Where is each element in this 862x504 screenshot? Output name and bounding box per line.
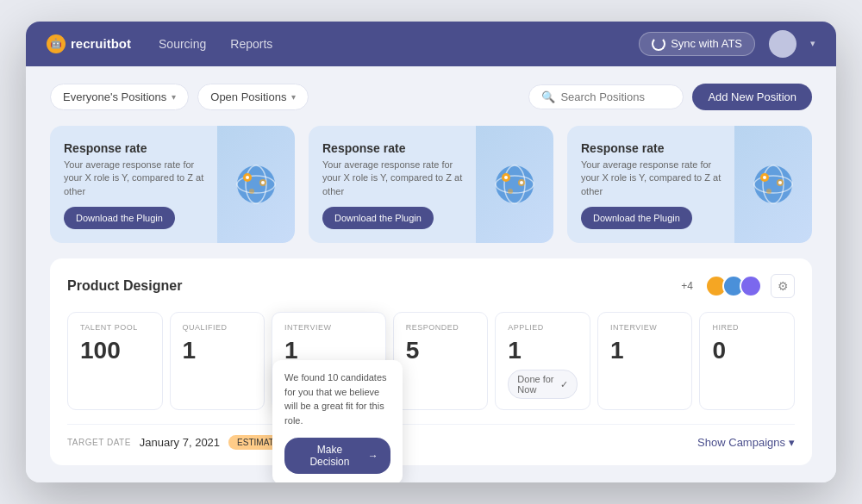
- everyone-positions-filter[interactable]: Everyone's Positions ▾: [50, 84, 189, 110]
- metric-qualified-value: 1: [183, 337, 253, 364]
- metric-interview-2: INTERVIEW 1: [597, 312, 693, 410]
- sync-label: Sync with ATS: [671, 37, 742, 50]
- svg-point-21: [766, 189, 771, 194]
- svg-point-15: [520, 181, 523, 184]
- logo-icon: 🤖: [47, 34, 66, 53]
- nav-sourcing[interactable]: Sourcing: [159, 34, 206, 54]
- nav-links: Sourcing Reports: [159, 34, 611, 54]
- user-avatar[interactable]: [769, 30, 796, 58]
- position-header: Product Designer +4 ⚙: [67, 274, 795, 298]
- position-section: Product Designer +4 ⚙ TALENT POOL 100: [50, 258, 812, 465]
- sync-icon: [652, 37, 665, 51]
- app-name: recruitbot: [71, 36, 131, 51]
- metric-interview-label: INTERVIEW: [284, 323, 373, 332]
- metric-applied: APPLIED 1 Done for Now ✓: [495, 312, 590, 410]
- card-1-title: Response rate: [64, 141, 208, 155]
- plugin-btn-1[interactable]: Download the Plugin: [64, 207, 175, 229]
- add-position-button[interactable]: Add New Position: [692, 84, 812, 110]
- search-icon: 🔍: [541, 90, 555, 103]
- svg-point-16: [754, 165, 792, 203]
- card-1-desc: Your average response rate for your X ro…: [64, 159, 208, 198]
- card-illustration-2: [476, 126, 553, 243]
- metric-hired: HIRED 0: [699, 312, 795, 410]
- open-positions-label: Open Positions: [210, 90, 286, 103]
- svg-point-13: [508, 189, 513, 194]
- metric-interview-2-value: 1: [610, 337, 680, 364]
- make-decision-button[interactable]: Make Decision →: [284, 438, 390, 474]
- svg-point-6: [246, 176, 249, 179]
- globe-svg-2: [489, 159, 540, 210]
- plugin-btn-3[interactable]: Download the Plugin: [581, 207, 692, 229]
- card-2-desc: Your average response rate for your X ro…: [322, 159, 466, 198]
- metric-applied-value: 1: [508, 337, 578, 364]
- show-campaigns-chevron: ▾: [789, 436, 795, 449]
- svg-point-5: [249, 189, 254, 194]
- position-header-right: +4 ⚙: [681, 274, 795, 298]
- settings-icon[interactable]: ⚙: [771, 274, 795, 298]
- svg-point-22: [763, 176, 766, 179]
- metric-qualified: QUALIFIED 1: [170, 312, 265, 410]
- svg-point-8: [496, 165, 534, 203]
- everyone-positions-label: Everyone's Positions: [63, 90, 166, 103]
- done-for-now-label: Done for Now: [517, 374, 557, 395]
- make-decision-label: Make Decision: [297, 444, 363, 468]
- metric-responded-label: RESPONDED: [406, 323, 476, 332]
- position-footer: TARGET DATE January 7, 2021 ESTIMATED Ja…: [67, 424, 795, 450]
- position-title: Product Designer: [67, 278, 182, 294]
- metric-hired-label: HIRED: [712, 323, 782, 332]
- arrow-icon: →: [368, 450, 378, 462]
- card-illustration-3: [734, 126, 812, 243]
- sync-ats-button[interactable]: Sync with ATS: [639, 32, 755, 56]
- everyone-positions-caret: ▾: [172, 92, 176, 102]
- metric-responded: RESPONDED 5: [393, 312, 489, 410]
- response-card-1: Response rate Your average response rate…: [50, 126, 295, 243]
- globe-svg-3: [747, 159, 799, 210]
- response-card-3: Response rate Your average response rate…: [567, 126, 812, 243]
- card-3-title: Response rate: [581, 141, 725, 155]
- svg-point-7: [261, 181, 265, 184]
- show-campaigns-label: Show Campaigns: [697, 436, 785, 449]
- target-date-value: January 7, 2021: [140, 436, 220, 449]
- app-window: 🤖 recruitbot Sourcing Reports Sync with …: [26, 22, 836, 482]
- avatar-3: [740, 275, 762, 297]
- app-logo: 🤖 recruitbot: [47, 34, 131, 53]
- avatar-count: +4: [681, 280, 693, 292]
- metric-responded-value: 5: [406, 337, 476, 364]
- metric-talent-pool: TALENT POOL 100: [67, 312, 163, 410]
- response-card-2: Response rate Your average response rate…: [309, 126, 553, 243]
- target-date-label: TARGET DATE: [67, 438, 131, 447]
- metrics-row: TALENT POOL 100 QUALIFIED 1 INTERVIEW 1 …: [67, 312, 795, 410]
- nav-bar: 🤖 recruitbot Sourcing Reports Sync with …: [26, 22, 836, 66]
- open-positions-caret: ▾: [291, 92, 296, 102]
- globe-svg-1: [230, 159, 282, 210]
- svg-point-23: [778, 181, 782, 184]
- filter-bar: Everyone's Positions ▾ Open Positions ▾ …: [50, 84, 812, 110]
- avatar-group: [705, 275, 762, 297]
- metric-qualified-label: QUALIFIED: [183, 323, 253, 332]
- done-for-now-button[interactable]: Done for Now ✓: [508, 370, 578, 399]
- tooltip-text: We found 10 candidates for you that we b…: [284, 370, 390, 427]
- nav-right: Sync with ATS ▾: [639, 30, 815, 58]
- plugin-btn-2[interactable]: Download the Plugin: [322, 207, 434, 229]
- svg-point-0: [237, 165, 275, 203]
- user-menu-chevron[interactable]: ▾: [810, 38, 815, 49]
- metric-talent-pool-value: 100: [80, 337, 150, 364]
- cards-row: Response rate Your average response rate…: [50, 126, 812, 243]
- card-illustration-1: [217, 126, 295, 243]
- nav-reports[interactable]: Reports: [230, 34, 272, 54]
- metric-applied-label: APPLIED: [508, 323, 578, 332]
- metric-interview-tooltip: INTERVIEW 1 We found 10 candidates for y…: [272, 312, 386, 410]
- card-2-title: Response rate: [322, 141, 466, 155]
- done-check-icon: ✓: [560, 379, 568, 390]
- search-input[interactable]: [560, 90, 664, 103]
- metric-interview-2-label: INTERVIEW: [610, 323, 680, 332]
- metric-talent-pool-label: TALENT POOL: [80, 323, 150, 332]
- card-3-desc: Your average response rate for your X ro…: [581, 159, 725, 198]
- show-campaigns-button[interactable]: Show Campaigns ▾: [697, 436, 795, 449]
- tooltip-popup: We found 10 candidates for you that we b…: [272, 360, 403, 482]
- search-box: 🔍: [528, 84, 684, 109]
- main-content: Everyone's Positions ▾ Open Positions ▾ …: [26, 66, 836, 482]
- svg-point-14: [504, 176, 508, 179]
- metric-hired-value: 0: [712, 337, 782, 364]
- open-positions-filter[interactable]: Open Positions ▾: [197, 84, 309, 110]
